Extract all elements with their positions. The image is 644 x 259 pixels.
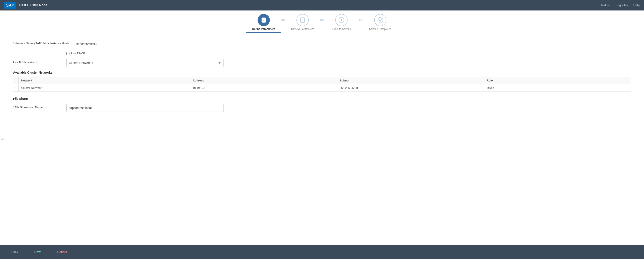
footer: Back Next Cancel [0,245,644,259]
cluster-networks-table: Network Address Subnet Role 1 [13,77,631,92]
wizard-arrow-1: »» [281,14,285,27]
available-cluster-networks-heading: Available Cluster Networks [13,71,631,74]
required-star: * [13,42,14,45]
define-parameters-label: Define Parameters [246,28,281,33]
file-share-host-input[interactable] [66,104,224,112]
header-left: SAP First Cluster Node [4,2,48,9]
service-completed-label: Service Completed [369,28,391,32]
row-network-input[interactable] [18,84,190,92]
col-header-role: Role [484,77,631,84]
help-link[interactable]: Help [633,4,640,7]
main-content: »» *Network Name (SAP Virtual Instance H… [0,33,644,245]
wizard-steps: Define Parameters »» Review Parameters »… [246,14,398,33]
table-row: 1 [13,84,631,92]
row-subnet-input[interactable] [337,84,484,92]
execute-service-label: Execute Service [332,28,351,32]
file-share-heading: File Share [13,97,631,100]
wizard-arrow-2: »» [320,14,324,27]
row-num: 1 [13,84,18,92]
col-header-num [13,77,18,84]
network-name-input[interactable] [74,40,231,48]
file-share-host-row: *File Share Host Name [13,104,631,112]
network-name-row: *Network Name (SAP Virtual Instance Host… [13,40,631,48]
use-dhcp-row: Use DHCP [66,52,631,55]
app-title: First Cluster Node [19,3,48,7]
next-button[interactable]: Next [28,248,47,256]
wizard-step-service-completed[interactable]: Service Completed [363,14,398,32]
define-parameters-icon [258,14,270,26]
use-public-network-row: Use Public Network Cluster Network 1 [13,59,631,67]
col-header-subnet: Subnet [337,77,484,84]
log-files-link[interactable]: Log Files [616,4,628,7]
use-public-network-label: Use Public Network [13,59,61,64]
wizard-step-execute-service[interactable]: Execute Service [324,14,359,32]
row-role-input[interactable] [484,84,631,92]
header-nav: Tasklist Log Files Help [600,4,640,7]
col-header-network: Network [18,77,190,84]
svg-point-10 [378,18,383,23]
sap-logo: SAP [4,2,16,9]
row-address-cell [190,84,337,92]
row-address-input[interactable] [190,84,337,92]
use-dhcp-label: Use DHCP [71,52,85,55]
execute-service-icon [335,14,348,26]
review-parameters-icon [296,14,309,26]
row-network-cell [18,84,190,92]
tasklist-link[interactable]: Tasklist [600,4,610,7]
row-subnet-cell [337,84,484,92]
file-share-host-label: *File Share Host Name [13,104,61,110]
app-header: SAP First Cluster Node Tasklist Log File… [0,0,644,10]
wizard-bar: Define Parameters »» Review Parameters »… [0,10,644,33]
side-chevron-icon: »» [0,135,6,143]
cancel-button[interactable]: Cancel [51,248,74,256]
network-name-label: *Network Name (SAP Virtual Instance Host… [13,40,68,46]
col-header-address: Address [190,77,337,84]
wizard-step-review-parameters[interactable]: Review Parameters [285,14,320,32]
back-button[interactable]: Back [5,248,24,256]
wizard-step-define-parameters[interactable]: Define Parameters [246,14,281,33]
use-public-network-select[interactable]: Cluster Network 1 [66,59,224,67]
svg-rect-0 [262,18,266,22]
svg-rect-4 [300,18,304,22]
required-star-file: * [13,106,14,109]
wizard-arrow-3: »» [359,14,363,27]
row-role-cell [484,84,631,92]
use-dhcp-checkbox[interactable] [66,52,70,55]
service-completed-icon [374,14,386,26]
review-parameters-label: Review Parameters [291,28,314,32]
